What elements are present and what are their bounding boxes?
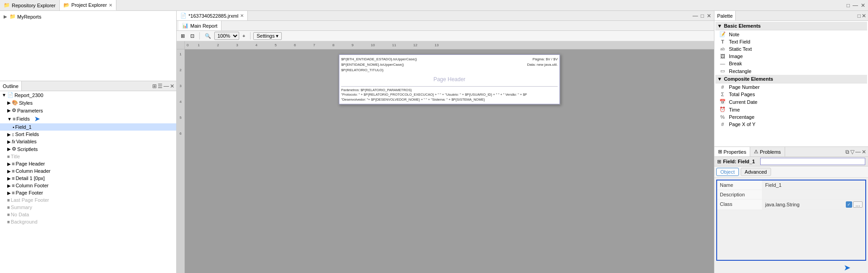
sortfields-label: Sort Fields bbox=[15, 132, 39, 137]
minimize-btn[interactable]: □ bbox=[846, 2, 851, 9]
props-close-icon[interactable]: ✕ bbox=[862, 149, 866, 155]
toolbar-left-group: ⊞ ⊡ bbox=[178, 32, 197, 40]
palette-item-break[interactable]: — Break bbox=[715, 60, 867, 67]
outline-item-report[interactable]: ▼ 📄 Report_2300 bbox=[0, 91, 176, 99]
explorer-content: ▶ 📁 MyReports bbox=[0, 11, 176, 81]
toolbar-grid-btn[interactable]: ⊞ bbox=[178, 32, 187, 40]
outline-item-parameters[interactable]: ▶ ⚙ Parameters bbox=[0, 107, 176, 114]
outline-minimize-icon[interactable]: — bbox=[164, 83, 169, 89]
canvas-scroll-area[interactable]: Page Header $P{BTH_ENTIDADE_ESTADO}.toUp… bbox=[185, 49, 714, 273]
editor-win-controls: — □ ✕ bbox=[690, 13, 714, 19]
palette-item-time[interactable]: ⏰ Time bbox=[715, 106, 867, 113]
editor-tab-close[interactable]: ✕ bbox=[240, 13, 244, 18]
palette-item-image[interactable]: 🖼 Image bbox=[715, 53, 867, 60]
expand-icon: ▶ bbox=[4, 14, 8, 19]
palette-item-currentdate[interactable]: 📅 Current Date bbox=[715, 98, 867, 106]
props-menu-icon[interactable]: ▽ bbox=[850, 149, 854, 155]
outline-item-detail1[interactable]: ▶ ≡ Detail 1 [0px] bbox=[0, 175, 176, 182]
class-checkbox[interactable]: ✓ bbox=[846, 201, 852, 208]
outline-grid-icon[interactable]: ⊞ bbox=[152, 83, 157, 89]
palette-min-icon[interactable]: □ bbox=[858, 13, 861, 19]
h-ruler: 0 1 2 3 4 5 6 7 8 9 10 11 12 13 bbox=[185, 41, 714, 49]
main-report-tab[interactable]: 📊 Main Report bbox=[178, 21, 222, 30]
outline-item-styles[interactable]: ▶ 🎨 Styles bbox=[0, 99, 176, 107]
props-tab-controls: ⧉ ▽ — ✕ bbox=[844, 149, 868, 155]
left-panel: ▶ 📁 MyReports Outline ⊞ ☰ — ✕ bbox=[0, 11, 177, 273]
editor-main-tab[interactable]: 📄 *1637340522885.jrxml ✕ bbox=[177, 11, 248, 20]
palette-item-pagenumber[interactable]: # Page Number bbox=[715, 83, 867, 91]
palette-item-rectangle[interactable]: ▭ Rectangle bbox=[715, 67, 867, 75]
palette-tab[interactable]: Palette bbox=[714, 11, 736, 20]
zoom-select[interactable]: 100% bbox=[214, 32, 239, 40]
palette-item-percentage[interactable]: % Percentage bbox=[715, 113, 867, 121]
band-line-1: $P{BTH_ENTIDADE_ESTADO}.toUpperCase() bbox=[341, 57, 417, 62]
outline-item-fields[interactable]: ▼ ≡ Fields ➤ bbox=[0, 114, 176, 123]
tab-project-explorer[interactable]: 📂 Project Explorer ✕ bbox=[60, 0, 116, 10]
editor-max-btn[interactable]: □ bbox=[700, 13, 705, 19]
props-class-value: java.lang.String bbox=[765, 202, 846, 207]
palette-item-note[interactable]: 📝 Note bbox=[715, 30, 867, 38]
settings-button[interactable]: Settings ▾ bbox=[253, 32, 282, 40]
fields-icon: ≡ bbox=[13, 116, 15, 122]
fields-expand-icon: ▼ bbox=[7, 117, 12, 122]
styles-label: Styles bbox=[19, 100, 33, 106]
scriptlets-label: Scriptlets bbox=[17, 146, 38, 152]
outline-item-lastpagefooter[interactable]: ≡ Last Page Footer bbox=[0, 196, 176, 204]
composite-elements-header[interactable]: ▼ Composite Elements bbox=[715, 75, 867, 83]
outline-item-pageheader[interactable]: ▶ ≡ Page Header bbox=[0, 160, 176, 167]
colheader-label: Column Header bbox=[15, 168, 50, 174]
outline-item-colheader[interactable]: ▶ ≡ Column Header bbox=[0, 167, 176, 175]
toolbar-zoom-in-btn[interactable]: + bbox=[240, 32, 247, 39]
outline-item-nodata[interactable]: ≡ No Data bbox=[0, 211, 176, 218]
palette-item-textfield[interactable]: T Text Field bbox=[715, 38, 867, 45]
outline-item-title[interactable]: ≡ Title bbox=[0, 153, 176, 160]
ruler-2: 2 bbox=[217, 43, 219, 47]
palette-item-totalpages[interactable]: Σ Total Pages bbox=[715, 91, 867, 98]
toolbar-zoom-out-btn[interactable]: 🔍 bbox=[203, 32, 213, 40]
properties-tab[interactable]: ⊞ Properties bbox=[714, 147, 750, 156]
totalpages-icon: Σ bbox=[719, 92, 726, 97]
tree-item-myreports[interactable]: ▶ 📁 MyReports bbox=[2, 13, 174, 20]
vruler-1: 1 bbox=[179, 51, 181, 67]
sub-tab-advanced[interactable]: Advanced bbox=[741, 168, 771, 176]
field-title-input[interactable] bbox=[760, 158, 865, 165]
props-min-icon[interactable]: — bbox=[855, 149, 861, 155]
statictext-label: Static Text bbox=[729, 46, 752, 52]
repo-icon: 📁 bbox=[4, 2, 10, 8]
pageheader-expand-icon: ▶ bbox=[7, 161, 11, 166]
pageXofY-label: Page X of Y bbox=[729, 122, 756, 127]
outline-item-colfooter[interactable]: ▶ ≡ Column Footer bbox=[0, 182, 176, 189]
basic-elements-header[interactable]: ▼ Basic Elements bbox=[715, 22, 867, 30]
composite-elements-label: Composite Elements bbox=[724, 76, 773, 82]
project-icon: 📂 bbox=[63, 2, 70, 8]
outline-item-sortfields[interactable]: ▶ ↕ Sort Fields bbox=[0, 131, 176, 138]
problems-tab[interactable]: ⚠ Problems bbox=[750, 147, 785, 156]
maximize-btn[interactable]: — bbox=[852, 2, 859, 9]
tab-project-close[interactable]: ✕ bbox=[109, 3, 112, 8]
close-btn[interactable]: ✕ bbox=[860, 2, 866, 9]
props-copy-icon[interactable]: ⧉ bbox=[845, 149, 849, 155]
tab-repository-explorer[interactable]: 📁 Repository Explorer bbox=[0, 0, 60, 10]
editor-min-btn[interactable]: — bbox=[692, 13, 699, 19]
toolbar-snap-btn[interactable]: ⊡ bbox=[188, 32, 197, 40]
outline-close-icon[interactable]: ✕ bbox=[170, 83, 174, 89]
colheader-expand-icon: ▶ bbox=[7, 169, 11, 174]
editor-close-btn[interactable]: ✕ bbox=[706, 13, 712, 19]
outline-tab[interactable]: Outline bbox=[0, 81, 22, 91]
palette-item-pageXofY[interactable]: # Page X of Y bbox=[715, 121, 867, 128]
palette-close-icon[interactable]: ✕ bbox=[862, 13, 866, 19]
outline-item-scriptlets[interactable]: ▶ ⚙ Scriptlets bbox=[0, 145, 176, 153]
palette-item-statictext[interactable]: ab Static Text bbox=[715, 45, 867, 53]
class-ellipsis-btn[interactable]: … bbox=[853, 201, 863, 208]
outline-item-background[interactable]: ≡ Background bbox=[0, 218, 176, 225]
outline-item-pagefooter[interactable]: ▶ ≡ Page Footer bbox=[0, 189, 176, 196]
colfooter-expand-icon: ▶ bbox=[7, 183, 11, 188]
title-label: Title bbox=[11, 154, 20, 159]
outline-item-summary[interactable]: ≡ Summary bbox=[0, 204, 176, 211]
ruler-5: 5 bbox=[275, 43, 276, 47]
outline-list-icon[interactable]: ☰ bbox=[158, 83, 163, 89]
outline-item-field1[interactable]: ▪ Field_1 bbox=[0, 123, 176, 131]
pageXofY-icon: # bbox=[719, 122, 726, 127]
outline-item-variables[interactable]: ▶ fx Variables bbox=[0, 138, 176, 145]
sub-tab-object[interactable]: Object bbox=[716, 168, 739, 176]
